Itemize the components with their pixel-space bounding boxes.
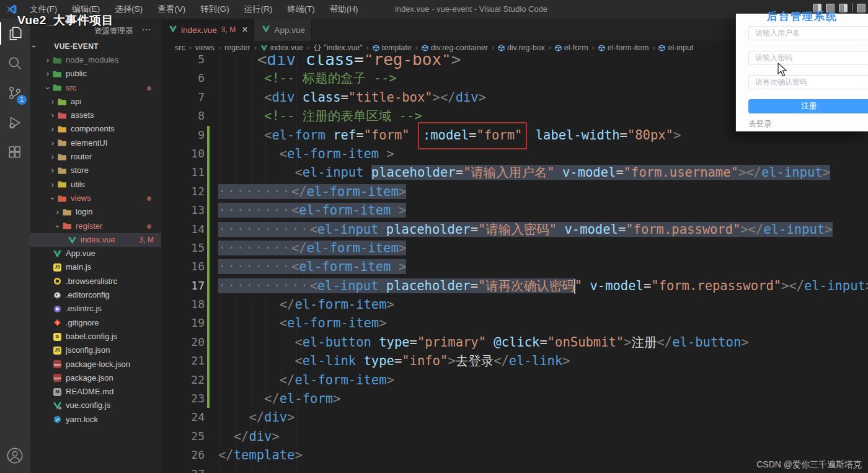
tree-file-package.json[interactable]: npmpackage.json: [30, 371, 161, 385]
code-token: :model: [423, 128, 469, 143]
code-line-content: ········<el-form-item >: [218, 201, 406, 219]
tree-folder-store[interactable]: ›store: [30, 164, 161, 177]
tree-file-main.js[interactable]: JSmain.js: [30, 260, 161, 274]
npm-icon: npm: [52, 360, 63, 369]
tab-app-vue[interactable]: App.vue: [254, 19, 312, 41]
code-token: </: [494, 353, 509, 368]
breadcrumb-item[interactable]: div.reg-container: [422, 43, 488, 52]
code-token: el-input: [804, 278, 866, 293]
code-token: el-link: [509, 353, 562, 368]
code-token: <: [294, 335, 302, 350]
tree-folder-components[interactable]: ›components: [30, 122, 161, 136]
workspace-root-row[interactable]: › VUE-EVENT: [30, 40, 161, 53]
browserslist-icon: [52, 277, 63, 286]
breadcrumb-item[interactable]: el-input: [658, 43, 693, 52]
git-added-gutter: [207, 239, 210, 257]
breadcrumb-item[interactable]: {}"index.vue": [313, 43, 363, 52]
tab-index-vue[interactable]: index.vue3, M×: [161, 19, 254, 41]
tree-item-label: utils: [71, 178, 85, 192]
code-token: div: [249, 429, 272, 444]
preview-input-1[interactable]: 请输入用户名: [748, 26, 868, 40]
chevron-right-icon: ›: [652, 43, 655, 52]
preview-page-title: 后台管理系统: [736, 9, 868, 24]
tree-folder-elementUI[interactable]: ›elementUI: [30, 136, 161, 150]
breadcrumb-label: register: [224, 43, 250, 52]
breadcrumb-item[interactable]: src: [175, 43, 185, 52]
tree-folder-utils[interactable]: ›utils: [30, 178, 161, 192]
code-token: =: [341, 90, 348, 105]
go-login-link[interactable]: 去登录: [748, 119, 772, 130]
code-token: =: [616, 165, 623, 180]
run-debug-icon[interactable]: [0, 108, 30, 138]
breadcrumb-item[interactable]: register: [224, 43, 250, 52]
line-number: 7: [161, 88, 205, 107]
code-token: class: [306, 55, 354, 69]
menu-g[interactable]: 转到(G): [193, 0, 237, 19]
workspace-root-label: VUE-EVENT: [54, 42, 98, 51]
tree-file-.editorconfig[interactable]: .editorconfig: [30, 288, 161, 302]
tree-file-.gitignore[interactable]: .gitignore: [30, 316, 161, 330]
git-added-gutter: [207, 351, 210, 370]
tree-item-label: store: [71, 164, 89, 177]
menu-v[interactable]: 查看(V): [150, 0, 193, 19]
code-token: =: [469, 128, 476, 143]
close-icon[interactable]: ×: [242, 24, 247, 35]
tree-folder-public[interactable]: ›public: [30, 67, 161, 81]
tree-file-yarn.lock[interactable]: yarn.lock: [30, 413, 161, 427]
preview-input-2[interactable]: 请输入密码: [748, 51, 868, 65]
tree-folder-views[interactable]: ›views: [30, 192, 161, 205]
tree-folder-nodemodules[interactable]: ›node_modules: [30, 53, 161, 67]
tree-folder-assets[interactable]: ›assets: [30, 108, 161, 122]
preview-input-3[interactable]: 请再次确认密码: [748, 75, 868, 89]
breadcrumb-item[interactable]: div.reg-box: [498, 43, 545, 52]
tree-file-App.vue[interactable]: App.vue: [30, 247, 161, 260]
code-line-content: ········</el-form-item>: [218, 182, 406, 201]
tree-item-label: .browserslistrc: [66, 275, 117, 288]
more-actions-icon[interactable]: ⋯: [141, 24, 151, 35]
line-number: 24: [161, 408, 205, 427]
tree-file-vue.config.js[interactable]: vue.config.js: [30, 399, 161, 412]
tree-file-.eslintrc.js[interactable]: .eslintrc.js: [30, 302, 161, 316]
code-token: el-form-item: [287, 316, 379, 330]
menu-s[interactable]: 选择(S): [107, 0, 150, 19]
code-token: [528, 128, 535, 143]
extensions-icon[interactable]: [0, 138, 30, 167]
tree-file-.browserslistrc[interactable]: .browserslistrc: [30, 275, 161, 288]
tree-file-index.vue[interactable]: index.vue3, M: [30, 233, 161, 247]
register-button[interactable]: 注册: [748, 99, 868, 113]
code-token: >: [399, 241, 406, 255]
folder-icon: [57, 139, 68, 148]
tree-folder-login[interactable]: ›login: [30, 205, 161, 219]
tree-item-label: elementUI: [71, 136, 107, 150]
tree-folder-router[interactable]: ›router: [30, 150, 161, 164]
code-token: =: [620, 128, 627, 143]
menu-t[interactable]: 终端(T): [280, 0, 322, 19]
search-icon[interactable]: [0, 48, 30, 78]
chevron-right-icon: ›: [492, 43, 494, 52]
tree-folder-api[interactable]: ›api: [30, 95, 161, 108]
tree-file-package-lock.json[interactable]: npmpackage-lock.json: [30, 358, 161, 371]
code-token: =: [471, 222, 478, 237]
code-line-11: 11 <el-input placeholder="请输入用户名" v-mode…: [161, 163, 868, 182]
tree-file-README.md[interactable]: MREADME.md: [30, 385, 161, 399]
breadcrumb-item[interactable]: el-form: [555, 43, 588, 52]
code-token: </: [280, 373, 295, 387]
account-icon[interactable]: [0, 443, 30, 468]
tree-file-babel.config.js[interactable]: bbabel.config.js: [30, 330, 161, 343]
tree-file-jsconfig.json[interactable]: JSjsconfig.json: [30, 343, 161, 357]
tree-folder-register[interactable]: ›register: [30, 219, 161, 233]
source-control-icon[interactable]: 1: [0, 78, 30, 108]
breadcrumb-item[interactable]: el-form-item: [598, 43, 649, 52]
menu-r[interactable]: 运行(R): [237, 0, 280, 19]
breadcrumb-item[interactable]: template: [373, 43, 412, 52]
code-token: 注册: [632, 335, 657, 350]
code-token: el-form-item: [294, 297, 386, 312]
code-token: el-form: [272, 128, 325, 143]
breadcrumb-item[interactable]: views: [195, 43, 215, 52]
breadcrumb-item[interactable]: index.vue: [260, 43, 304, 52]
code-token: placeholder: [371, 165, 456, 180]
mouse-cursor-icon: [777, 63, 789, 77]
code-token: [379, 146, 386, 161]
tree-folder-src[interactable]: ›src: [30, 81, 161, 95]
chevron-right-icon: ›: [48, 136, 57, 150]
